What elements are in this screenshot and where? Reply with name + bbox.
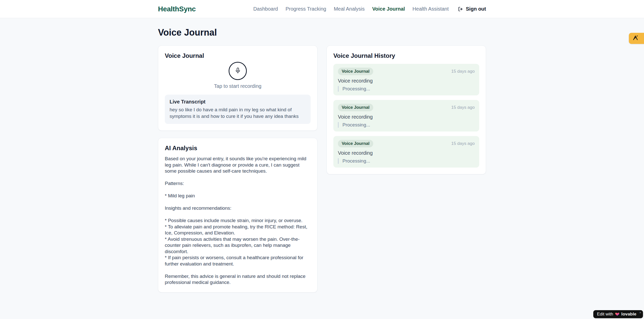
main-content: Voice Journal Voice Journal <box>158 18 486 293</box>
sign-out-label: Sign out <box>466 6 486 12</box>
live-transcript-box: Live Transcript hey so like I do have a … <box>165 95 311 124</box>
entry-type-badge: Voice Journal <box>338 140 373 147</box>
amber-corner-badge[interactable] <box>629 33 644 44</box>
left-column: Voice Journal Tap to start recording <box>158 45 317 293</box>
microphone-icon <box>234 67 241 75</box>
entry-title: Voice recording <box>338 150 475 156</box>
entry-type-badge: Voice Journal <box>338 68 373 75</box>
lovable-badge-prefix: Edit with <box>597 312 613 317</box>
record-button[interactable] <box>229 62 247 80</box>
voice-journal-history-card: Voice Journal History Voice Journal 15 d… <box>327 45 486 174</box>
sign-out-button[interactable]: Sign out <box>458 6 486 12</box>
history-entry[interactable]: Voice Journal 15 days ago Voice recordin… <box>333 100 479 131</box>
entry-timestamp: 15 days ago <box>451 105 475 110</box>
page-title: Voice Journal <box>158 27 486 38</box>
nav-item-health-assistant[interactable]: Health Assistant <box>413 6 449 12</box>
logout-icon <box>458 6 463 12</box>
tap-to-record-hint: Tap to start recording <box>214 83 261 89</box>
live-transcript-title: Live Transcript <box>170 99 306 105</box>
close-icon[interactable]: × <box>639 311 641 314</box>
voice-recorder-card: Voice Journal Tap to start recording <box>158 45 317 131</box>
live-transcript-text: hey so like I do have a mild pain in my … <box>170 107 306 120</box>
entry-status: Processing... <box>338 122 475 128</box>
ai-analysis-card: AI Analysis Based on your journal entry,… <box>158 138 317 293</box>
peak-logo-icon <box>632 35 638 42</box>
ai-analysis-body: Based on your journal entry, it sounds l… <box>165 156 311 286</box>
nav-item-meal-analysis[interactable]: Meal Analysis <box>334 6 365 12</box>
ai-analysis-title: AI Analysis <box>165 145 311 152</box>
brand-logo[interactable]: HealthSync <box>158 5 196 13</box>
nav-item-dashboard[interactable]: Dashboard <box>253 6 278 12</box>
history-entry[interactable]: Voice Journal 15 days ago Voice recordin… <box>333 64 479 95</box>
entry-status: Processing... <box>338 86 475 92</box>
edit-with-lovable-badge[interactable]: Edit with lovable × <box>593 310 643 318</box>
top-header: HealthSync Dashboard Progress Tracking M… <box>0 0 644 18</box>
entry-status: Processing... <box>338 158 475 164</box>
lovable-brand-label: lovable <box>621 312 636 317</box>
entry-timestamp: 15 days ago <box>451 69 475 74</box>
gradient-heart-icon <box>615 312 620 316</box>
recorder-card-title: Voice Journal <box>165 52 311 59</box>
main-nav: Dashboard Progress Tracking Meal Analysi… <box>253 6 486 12</box>
entry-timestamp: 15 days ago <box>451 141 475 146</box>
mic-area: Tap to start recording <box>165 59 311 89</box>
entry-title: Voice recording <box>338 78 475 84</box>
nav-item-voice-journal[interactable]: Voice Journal <box>372 6 405 12</box>
history-entry[interactable]: Voice Journal 15 days ago Voice recordin… <box>333 136 479 168</box>
entry-type-badge: Voice Journal <box>338 104 373 111</box>
history-card-title: Voice Journal History <box>333 52 479 59</box>
nav-item-progress-tracking[interactable]: Progress Tracking <box>285 6 326 12</box>
entry-title: Voice recording <box>338 114 475 120</box>
right-column: Voice Journal History Voice Journal 15 d… <box>327 45 486 174</box>
